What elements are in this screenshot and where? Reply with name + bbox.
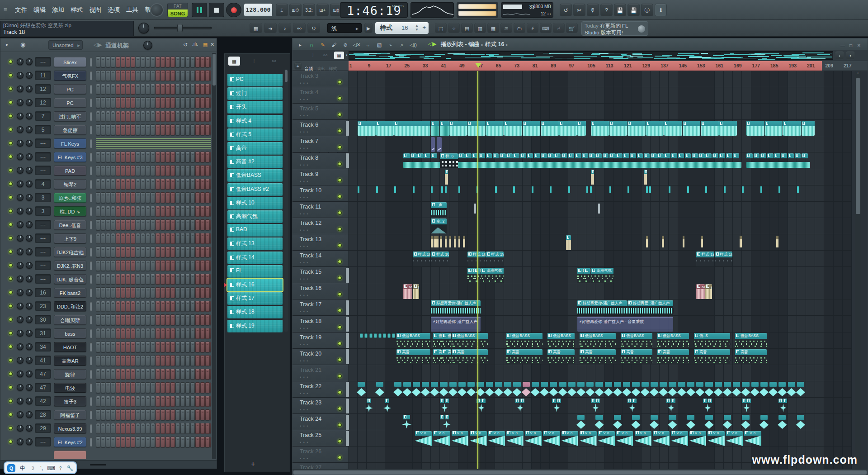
step-cell[interactable]: [146, 111, 150, 122]
step-cell[interactable]: [151, 97, 155, 108]
track-header[interactable]: Track 13• • •: [292, 234, 349, 250]
step-cell[interactable]: [160, 342, 165, 352]
step-cell[interactable]: [200, 219, 205, 230]
step-cell[interactable]: [175, 84, 180, 95]
audio-mini-clip[interactable]: [630, 153, 636, 168]
channel-target-number[interactable]: 5: [35, 125, 51, 134]
step-cell[interactable]: [141, 165, 145, 176]
step-cell[interactable]: [185, 124, 190, 135]
audio-clip[interactable]: [467, 121, 485, 136]
step-cell[interactable]: [116, 287, 120, 298]
playlist-grid[interactable]: Track 3• • •Track 4• • •Track 5• • •Trac…: [292, 71, 852, 469]
pattern-clip[interactable]: 样式 19: [486, 252, 504, 266]
audio-mini-clip[interactable]: [500, 153, 506, 168]
channel-button-partial[interactable]: [54, 451, 86, 459]
note-bar-clip[interactable]: [590, 186, 592, 193]
step-cell[interactable]: [96, 409, 100, 420]
step-cell[interactable]: [190, 247, 195, 257]
hit-clip[interactable]: [733, 382, 740, 387]
pattern-clip[interactable]: 样式 18: [431, 252, 448, 266]
step-cell[interactable]: [175, 342, 180, 352]
channel-button-Slicex[interactable]: Slicex: [54, 57, 86, 67]
slider-handle[interactable]: [177, 24, 183, 32]
collapse-left-icon[interactable]: ‹: [346, 52, 348, 57]
audio-mini-clip[interactable]: [595, 153, 602, 168]
audio-mini-clip[interactable]: [520, 153, 527, 168]
add-pattern-button[interactable]: +: [251, 460, 255, 468]
step-cell[interactable]: [156, 301, 160, 312]
channel-target-number[interactable]: ---: [35, 247, 51, 256]
step-cell[interactable]: [116, 328, 120, 339]
channel-pan-knob[interactable]: [17, 126, 24, 133]
step-cell[interactable]: [175, 179, 180, 190]
step-cell[interactable]: [175, 328, 180, 339]
hit-clip[interactable]: [669, 382, 676, 387]
keyboard-icon[interactable]: ⌨: [47, 464, 55, 472]
channel-button-DJK..服音色[interactable]: DJK..服音色: [54, 274, 86, 284]
headphones-icon[interactable]: Ω: [307, 23, 320, 33]
clip-stub[interactable]: [346, 121, 349, 136]
add-track-button[interactable]: +: [294, 62, 302, 70]
step-cell[interactable]: [175, 97, 180, 108]
step-cell[interactable]: [156, 409, 160, 420]
step-cell[interactable]: [141, 409, 145, 420]
pattern-clip[interactable]: 低..S: [694, 333, 730, 348]
step-cell[interactable]: [210, 274, 211, 285]
step-cell[interactable]: [210, 301, 211, 312]
step-cell[interactable]: [185, 423, 190, 434]
step-cell[interactable]: [185, 287, 190, 298]
step-cell[interactable]: [116, 124, 120, 135]
channel-button-旋律[interactable]: 旋律: [54, 369, 86, 379]
automation-mini-clip[interactable]: [437, 137, 442, 152]
step-cell[interactable]: [156, 247, 160, 257]
mini-step-clip[interactable]: [383, 333, 386, 338]
clip-stub[interactable]: [346, 300, 349, 315]
hit-clip[interactable]: [595, 382, 603, 387]
channel-volume-knob[interactable]: [26, 248, 33, 255]
channel-pan-knob[interactable]: [17, 72, 24, 79]
step-cell[interactable]: [156, 111, 160, 122]
track-header[interactable]: Track 25• • •: [292, 430, 349, 446]
track-header[interactable]: Track 26• • •: [292, 446, 349, 462]
menu-添加[interactable]: 添加: [49, 0, 67, 20]
step-cell[interactable]: [96, 152, 100, 162]
pattern-clip[interactable]: 样式 19: [696, 252, 714, 266]
step-cell[interactable]: [101, 301, 105, 312]
track-options-dots[interactable]: • • •: [300, 163, 308, 167]
step-cell[interactable]: [200, 165, 205, 176]
step-cell[interactable]: [146, 369, 150, 380]
pattern-clip[interactable]: FL: [584, 268, 590, 283]
step-cell[interactable]: [96, 260, 100, 271]
pattern-selector[interactable]: 样式 16 ▲▼ +: [375, 22, 429, 34]
hit-clip[interactable]: [746, 399, 750, 413]
step-cell[interactable]: [195, 165, 200, 176]
step-cell[interactable]: [101, 274, 105, 285]
step-cell[interactable]: [190, 219, 195, 230]
track-led[interactable]: [338, 80, 342, 84]
audio-mini-clip[interactable]: [410, 153, 417, 168]
channel-led[interactable]: [9, 155, 13, 159]
track-led[interactable]: [338, 423, 342, 427]
step-cell[interactable]: [126, 165, 130, 176]
step-cell[interactable]: [141, 247, 145, 257]
channel-target-number[interactable]: 30: [35, 315, 51, 324]
audio-mini-clip[interactable]: [692, 153, 698, 168]
step-cell[interactable]: [136, 124, 140, 135]
step-cell[interactable]: [126, 97, 130, 108]
picker-tab-演出[interactable]: 演出: [316, 66, 325, 71]
step-cell[interactable]: [180, 70, 185, 81]
hit-clip[interactable]: [687, 415, 694, 420]
keyboard-editor-icon[interactable]: ▦: [203, 42, 208, 48]
step-cell[interactable]: [141, 111, 145, 122]
channel-volume-knob[interactable]: [26, 289, 33, 296]
pattern-clip[interactable]: 高音: [547, 349, 575, 364]
step-cell[interactable]: [200, 70, 205, 81]
step-cell[interactable]: [170, 260, 175, 271]
step-cell[interactable]: [185, 57, 190, 67]
punch-icon[interactable]: ⬚: [435, 23, 447, 33]
step-cell[interactable]: [101, 206, 105, 217]
step-cell[interactable]: [195, 152, 200, 162]
mini-step-clip[interactable]: [387, 333, 391, 338]
channel-rack-panel-icon[interactable]: ▦: [487, 23, 499, 33]
step-cell[interactable]: [200, 287, 205, 298]
